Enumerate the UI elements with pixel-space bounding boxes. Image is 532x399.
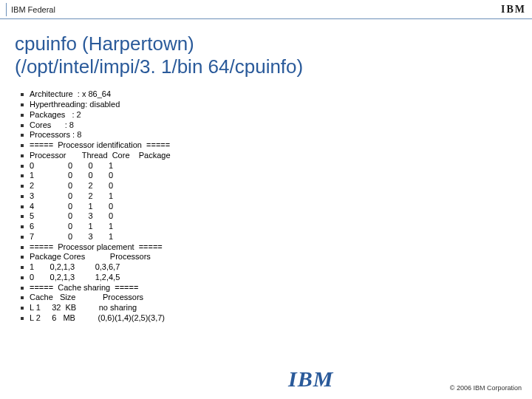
cpuinfo-line: L 1 32 KB no sharing	[21, 303, 532, 313]
slide-title: cpuinfo (Harpertown) (/opt/intel/impi/3.…	[0, 19, 532, 78]
ibm-logo-icon: IBM	[501, 4, 526, 16]
cpuinfo-line: Hyperthreading: disabled	[21, 100, 532, 110]
cpuinfo-line: 7 0 3 1	[21, 232, 532, 242]
cpuinfo-list: Architecture : x 86_64Hyperthreading: di…	[21, 89, 532, 323]
cpuinfo-line: 3 0 2 1	[21, 191, 532, 202]
ibm-logo-text: IBM	[501, 5, 526, 13]
cpuinfo-line: Processors : 8	[21, 130, 532, 140]
divider-icon	[6, 3, 7, 16]
brand-left-label: IBM Federal	[11, 5, 55, 14]
slide-footer: IBM © 2006 IBM Corporation	[0, 366, 532, 392]
cpuinfo-line: ===== Cache sharing =====	[21, 283, 532, 293]
cpuinfo-line: 1 0,2,1,3 0,3,6,7	[21, 262, 532, 273]
cpuinfo-line: 5 0 3 0	[21, 211, 532, 222]
cpuinfo-line: Processor Thread Core Package	[21, 151, 532, 161]
cpuinfo-line: ===== Processor identification =====	[21, 140, 532, 151]
header-left: IBM Federal	[0, 3, 55, 16]
slide-body: Architecture : x 86_64Hyperthreading: di…	[0, 78, 532, 323]
cpuinfo-line: Cache Size Processors	[21, 293, 532, 303]
cpuinfo-line: Package Cores Processors	[21, 252, 532, 262]
top-header-bar: IBM Federal IBM	[0, 0, 532, 19]
cpuinfo-line: L 2 6 MB (0,6)(1,4)(2,5)(3,7)	[21, 313, 532, 324]
cpuinfo-line: Cores : 8	[21, 120, 532, 131]
cpuinfo-line: 4 0 1 0	[21, 202, 532, 212]
cpuinfo-line: 6 0 1 1	[21, 222, 532, 232]
cpuinfo-line: 0 0 0 1	[21, 161, 532, 171]
footer-ibm-logo: IBM	[288, 366, 333, 392]
cpuinfo-line: 1 0 0 0	[21, 171, 532, 181]
cpuinfo-line: ===== Processor placement =====	[21, 242, 532, 253]
footer-copyright: © 2006 IBM Corporation	[450, 384, 522, 392]
cpuinfo-line: Packages : 2	[21, 110, 532, 120]
cpuinfo-line: Architecture : x 86_64	[21, 89, 532, 100]
cpuinfo-line: 0 0,2,1,3 1,2,4,5	[21, 273, 532, 283]
title-line-2: (/opt/intel/impi/3. 1/bin 64/cpuinfo)	[15, 55, 532, 78]
title-line-1: cpuinfo (Harpertown)	[15, 33, 532, 55]
cpuinfo-line: 2 0 2 0	[21, 181, 532, 191]
